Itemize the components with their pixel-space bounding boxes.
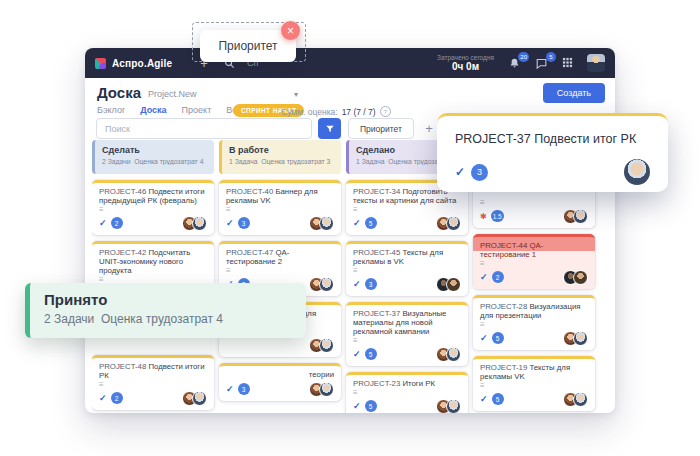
avatar-group <box>309 338 334 353</box>
avatar <box>446 216 461 231</box>
task-card[interactable]: PROJECT-45 Тексты для рекламы в VK≡✓3 <box>346 241 468 296</box>
close-icon[interactable]: × <box>281 21 300 40</box>
estimate-badge: 2 <box>492 271 504 283</box>
task-popup-title: PROJECT-37 Подвести итог РК <box>455 132 650 146</box>
bell-icon[interactable]: 20 <box>508 57 521 70</box>
description-icon: ≡ <box>99 381 207 388</box>
avatar-group <box>563 270 588 285</box>
estimate-badge: 5 <box>492 332 504 344</box>
avatar <box>573 392 588 407</box>
aspro-logo-icon <box>95 58 106 69</box>
fire-icon: ✱ <box>480 212 487 221</box>
project-selector[interactable]: Project.New ▾ <box>148 89 298 99</box>
task-card-text: PROJECT-40 Баннер для рекламы VK <box>226 187 334 205</box>
description-icon: ≡ <box>226 267 334 274</box>
description-icon: ≡ <box>480 321 588 328</box>
screenshot-stage: Аспро.Agile + Сп Затрачено сегодня 0ч 0м… <box>0 0 700 456</box>
task-id: PROJECT-47 <box>226 248 275 257</box>
description-icon: ≡ <box>480 382 588 389</box>
task-card[interactable]: PROJECT-48 Подвести итоги РК≡✓2 <box>92 355 214 410</box>
check-icon: ✓ <box>353 279 361 289</box>
task-card[interactable]: PROJECT-37 Визуальные материалы для ново… <box>346 302 468 366</box>
estimate-badge: 1.5 <box>491 210 504 222</box>
user-avatar[interactable] <box>587 54 605 72</box>
task-card-text: PROJECT-44 QA-тестирование 1 <box>480 241 588 259</box>
notification-badge: 20 <box>518 52 529 62</box>
avatar <box>446 277 461 292</box>
accepted-title: Принято <box>44 291 292 308</box>
kanban-column-1: Сделать2 Задачи Оценка трудозатрат 4PROJ… <box>92 140 214 413</box>
filter-button[interactable] <box>318 118 341 139</box>
task-id: PROJECT-19 <box>480 363 529 372</box>
time-tracker: Затрачено сегодня 0ч 0м <box>437 54 494 73</box>
avatar <box>624 159 650 185</box>
avatar <box>573 270 588 285</box>
avatar-group <box>436 347 461 362</box>
avatar <box>319 382 334 397</box>
task-card-text: PROJECT-23 Итоги РК <box>353 379 461 388</box>
task-id: PROJECT-45 <box>353 248 402 257</box>
task-card-text: PROJECT-42 Подсчитать UNIT-экономику нов… <box>99 248 207 275</box>
task-popup-footer: ✓ 3 <box>455 159 650 185</box>
priority-filter-button[interactable]: Приоритет <box>348 118 414 139</box>
avatar <box>446 347 461 362</box>
kanban-column-2: В работе1 Задача Оценка трудозатрат 3PRO… <box>219 140 341 413</box>
app-window: Аспро.Agile + Сп Затрачено сегодня 0ч 0м… <box>85 48 615 413</box>
task-card-text: PROJECT-19 Тексты для рекламы VK <box>480 363 588 381</box>
task-id: PROJECT-28 <box>480 302 529 311</box>
description-icon: ≡ <box>99 206 207 213</box>
task-card[interactable]: PROJECT-23 Итоги РК≡✓5 <box>346 372 468 413</box>
task-card[interactable]: PROJECT-46 Подвести итоги предыдущей РК … <box>92 180 214 235</box>
task-title: теории <box>309 370 334 379</box>
task-id: PROJECT-46 <box>99 187 148 196</box>
add-filter-button[interactable]: + <box>419 118 439 139</box>
avatar-group <box>309 277 334 292</box>
check-icon: ✓ <box>353 218 361 228</box>
info-icon[interactable]: ? <box>380 106 391 117</box>
column-meta: 1 Задача Оценка трудозатрат 3 <box>229 158 334 165</box>
avatar <box>573 209 588 224</box>
task-card-footer: ✓5 <box>353 398 461 413</box>
task-card-text: PROJECT-45 Тексты для рекламы в VK <box>353 248 461 266</box>
avatar-group <box>436 216 461 231</box>
check-icon: ✓ <box>226 384 234 394</box>
column-cards: ≡✱1.5PROJECT-44 QA-тестирование 1≡✓2PROJ… <box>473 180 595 413</box>
column-header: В работе1 Задача Оценка трудозатрат 3 <box>219 140 341 174</box>
task-card-footer: ✓3 <box>226 381 334 397</box>
estimate-badge: 5 <box>365 217 377 229</box>
avatar <box>319 216 334 231</box>
avatar <box>192 216 207 231</box>
time-value: 0ч 0м <box>437 61 494 73</box>
column-name: Сделать <box>102 145 207 155</box>
task-card-footer: ✓3 <box>226 215 334 231</box>
check-icon: ✓ <box>480 394 488 404</box>
avatar <box>192 391 207 406</box>
accepted-meta: 2 Задачи Оценка трудозатрат 4 <box>44 312 292 326</box>
create-button[interactable]: Создать <box>543 83 605 103</box>
task-card-text: PROJECT-47 QA-тестирование 2 <box>226 248 334 266</box>
app-brand: Аспро.Agile <box>112 58 172 69</box>
task-card-footer <box>226 337 334 353</box>
score-label: Сумм. оценка: <box>281 107 338 117</box>
column-cards: PROJECT-34 Подготовить тексты и картинки… <box>346 180 468 413</box>
task-id: PROJECT-23 <box>353 379 402 388</box>
page-title: Доска <box>97 84 141 101</box>
estimate-badge: 3 <box>471 164 488 181</box>
task-card[interactable]: PROJECT-19 Тексты для рекламы VK≡✓5 <box>473 356 595 411</box>
search-input[interactable] <box>96 118 312 139</box>
time-caption: Затрачено сегодня <box>437 54 494 61</box>
apps-grid-icon[interactable] <box>562 54 573 72</box>
task-card-text: PROJECT-37 Визуальные материалы для ново… <box>353 309 461 336</box>
estimate-badge: 2 <box>111 392 123 404</box>
chat-icon[interactable]: 5 <box>535 57 548 70</box>
task-card[interactable]: PROJECT-40 Баннер для рекламы VK≡✓3 <box>219 180 341 235</box>
task-card[interactable]: PROJECT-28 Визуализация для презентации≡… <box>473 295 595 350</box>
task-card[interactable]: PROJECT-44 QA-тестирование 1≡✓2 <box>473 234 595 289</box>
check-icon: ✓ <box>353 401 361 411</box>
task-detail-popup[interactable]: PROJECT-37 Подвести итог РК ✓ 3 <box>437 113 668 192</box>
score-summary: Сумм. оценка: 17 (7 / 7) ? <box>281 106 391 117</box>
estimate-badge: 5 <box>492 393 504 405</box>
task-card[interactable]: теории✓3 <box>219 363 341 401</box>
task-card-footer: ✓2 <box>99 215 207 231</box>
header-right: Затрачено сегодня 0ч 0м 20 5 <box>437 54 605 73</box>
